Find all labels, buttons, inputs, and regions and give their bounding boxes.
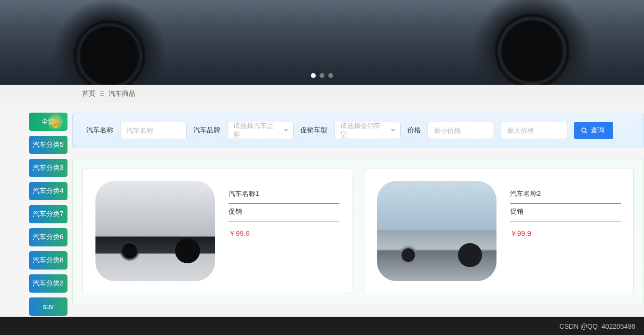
category-sidebar: 全部 ☝ 汽车分类5 汽车分类3 汽车分类4 汽车分类7 汽车分类6 汽车分类8… — [29, 113, 67, 316]
category-label: 汽车分类7 — [33, 210, 64, 219]
category-item-7[interactable]: 汽车分类7 — [29, 205, 67, 223]
name-input[interactable] — [120, 122, 187, 139]
category-label: suv — [43, 303, 54, 310]
category-item-2[interactable]: 汽车分类2 — [29, 274, 67, 293]
product-tag: 促销 — [510, 204, 621, 221]
category-label: 汽车分类6 — [33, 233, 64, 242]
promo-label: 促销车型 — [300, 126, 327, 135]
name-label: 汽车名称 — [86, 126, 113, 135]
carousel-dot-1[interactable] — [311, 73, 316, 78]
hero-banner — [0, 0, 644, 85]
category-item-8[interactable]: 汽车分类8 — [29, 251, 67, 270]
category-label: 汽车分类8 — [33, 256, 64, 265]
product-image — [95, 181, 215, 281]
breadcrumb-separator-icon: ☰ — [99, 90, 105, 97]
product-card[interactable]: 汽车名称2 促销 ￥99.9 — [364, 168, 634, 294]
brand-select-placeholder: 请选择汽车品牌 — [233, 122, 278, 139]
category-item-3[interactable]: 汽车分类3 — [29, 159, 67, 177]
product-name: 汽车名称2 — [510, 186, 621, 204]
search-icon — [581, 127, 588, 134]
min-price-input[interactable] — [428, 122, 494, 139]
footer — [0, 317, 644, 335]
product-price: ￥99.9 — [510, 221, 621, 238]
category-item-6[interactable]: 汽车分类6 — [29, 228, 67, 246]
product-card[interactable]: 汽车名称1 促销 ￥99.9 — [82, 168, 352, 294]
category-all[interactable]: 全部 ☝ — [29, 113, 67, 131]
category-label: 汽车分类4 — [33, 187, 64, 195]
query-button-label: 查询 — [591, 126, 604, 135]
category-item-4[interactable]: 汽车分类4 — [29, 182, 67, 200]
brand-label: 汽车品牌 — [193, 126, 220, 135]
hand-cursor-icon: ☝ — [51, 119, 61, 129]
filter-bar: 汽车名称 汽车品牌 请选择汽车品牌 促销车型 请选择促销车型 价格 查询 — [72, 113, 644, 148]
product-price: ￥99.9 — [228, 221, 339, 238]
carousel-dot-3[interactable] — [328, 73, 333, 78]
category-item-5[interactable]: 汽车分类5 — [29, 136, 67, 154]
carousel-indicators — [311, 73, 333, 78]
product-tag: 促销 — [228, 204, 339, 221]
category-label: 汽车分类5 — [33, 141, 64, 149]
max-price-input[interactable] — [501, 122, 567, 139]
product-list: 汽车名称1 促销 ￥99.9 汽车名称2 促销 ￥99.9 — [72, 158, 644, 304]
category-label: 汽车分类3 — [33, 164, 64, 172]
category-label: 汽车分类2 — [33, 279, 64, 288]
category-item-suv[interactable]: suv — [29, 297, 67, 316]
product-info: 汽车名称2 促销 ￥99.9 — [510, 181, 621, 281]
watermark: CSDN @QQ_402205496 — [560, 322, 635, 330]
breadcrumb-current: 汽车商品 — [108, 90, 135, 98]
breadcrumb-home[interactable]: 首页 — [82, 90, 95, 98]
promo-select[interactable]: 请选择促销车型 — [334, 122, 401, 139]
breadcrumb: 首页 ☰ 汽车商品 — [0, 85, 644, 103]
promo-select-placeholder: 请选择促销车型 — [340, 122, 385, 139]
product-info: 汽车名称1 促销 ￥99.9 — [228, 181, 339, 281]
carousel-dot-2[interactable] — [320, 73, 324, 78]
brand-select[interactable]: 请选择汽车品牌 — [227, 122, 294, 139]
product-name: 汽车名称1 — [228, 186, 339, 204]
product-image — [377, 181, 496, 281]
svg-point-0 — [582, 128, 586, 132]
query-button[interactable]: 查询 — [574, 122, 613, 139]
price-label: 价格 — [407, 126, 421, 135]
svg-line-1 — [585, 131, 587, 133]
